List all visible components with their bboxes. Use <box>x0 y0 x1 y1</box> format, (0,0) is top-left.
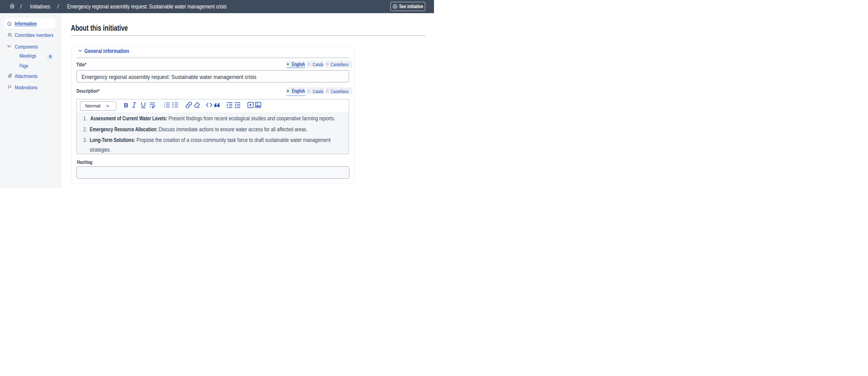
svg-text:3: 3 <box>164 106 165 108</box>
